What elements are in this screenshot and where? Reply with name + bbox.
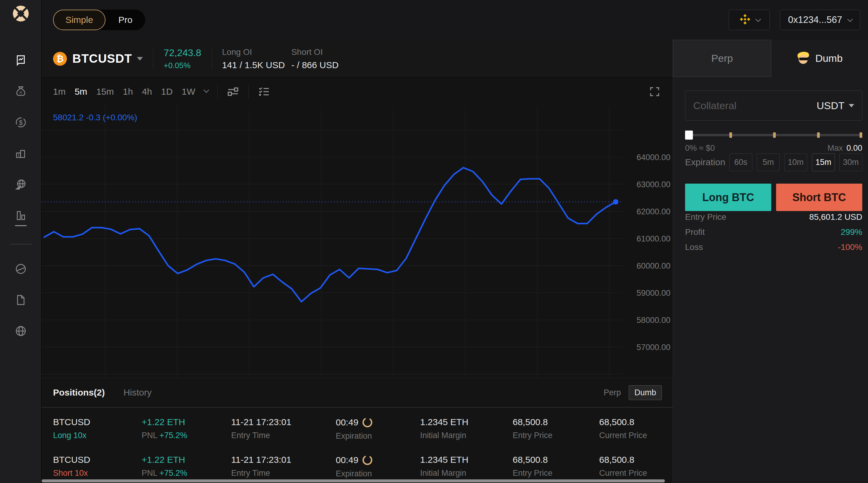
topbar: Simple Pro (41, 0, 868, 40)
entry-price-value: 85,601.2 USD (809, 212, 862, 222)
fullscreen-icon[interactable] (649, 86, 661, 98)
position-row[interactable]: BTCUSD Long 10x +1.22 ETH PNL +75.2% 11-… (41, 413, 673, 447)
position-expiration: 00:49 (336, 455, 358, 465)
entry-time-label: Entry Time (231, 469, 291, 478)
profit-value: 299% (841, 227, 862, 237)
position-row[interactable]: BTCUSD Short 10x +1.22 ETH PNL +75.2% 11… (41, 451, 673, 483)
slider-tick-50[interactable] (773, 132, 776, 138)
positions-perp-toggle[interactable]: Perp (604, 388, 621, 397)
pair-name[interactable]: BTCUSDT (72, 52, 132, 65)
expiration-30m-button[interactable]: 30m (839, 153, 862, 171)
position-pnl-amount: +1.22 ETH (142, 455, 187, 465)
divider (217, 85, 218, 99)
expiration-10m-button[interactable]: 10m (784, 153, 807, 171)
position-entry-price: 68,500.8 (513, 417, 553, 427)
expiration-timer-icon (362, 417, 373, 428)
slider-tick-100[interactable] (860, 132, 862, 138)
dumb-emoji-icon (797, 52, 810, 65)
svg-text:62000.00: 62000.00 (637, 207, 671, 216)
position-side: Short 10x (53, 469, 90, 478)
divider (41, 407, 673, 407)
pair-dropdown-icon[interactable] (137, 57, 143, 61)
document-icon[interactable] (14, 293, 27, 307)
mode-toggle: Simple Pro (53, 10, 145, 30)
current-price-label: Current Price (599, 469, 647, 478)
position-pnl: PNL +75.2% (142, 469, 187, 478)
globe-icon[interactable] (14, 324, 27, 338)
position-entry-price: 68,500.8 (513, 455, 553, 465)
svg-text:A: A (19, 90, 22, 95)
chart-ohlc-legend: 58021.2 -0.3 (+0.00%) (53, 113, 137, 122)
leverage-slider[interactable] (685, 134, 862, 136)
timeframe-15m[interactable]: 15m (96, 87, 114, 97)
pair-change: +0.05% (164, 61, 201, 70)
ticker-header: ₿ BTCUSDT 72,243.8 +0.05% Long OI 141 / … (41, 40, 673, 78)
divider (153, 48, 153, 69)
slider-tick-25[interactable] (730, 132, 732, 138)
svg-text:59000.00: 59000.00 (637, 289, 671, 298)
entry-time-label: Entry Time (231, 431, 291, 440)
position-current-price: 68,500.8 (599, 417, 647, 427)
positions-dumb-toggle[interactable]: Dumb (629, 385, 662, 400)
portfolio-bars-icon[interactable] (14, 209, 27, 226)
expiration-15m-button[interactable]: 15m (812, 153, 835, 171)
collateral-asset-selector[interactable]: USDT (816, 100, 854, 112)
btc-icon: ₿ (53, 52, 67, 66)
position-initial-margin: 1.2345 ETH (420, 417, 468, 427)
expiration-60s-button[interactable]: 60s (730, 153, 752, 171)
checklist-icon[interactable] (258, 85, 270, 98)
pie-circle-icon[interactable] (14, 262, 27, 276)
money-bag-icon[interactable]: A (14, 85, 27, 98)
simple-mode-button[interactable]: Simple (53, 10, 105, 30)
short-oi-label: Short OI (291, 47, 361, 57)
tab-positions[interactable]: Positions(2) (53, 387, 105, 398)
trade-chart-icon[interactable] (14, 54, 27, 67)
leaderboard-icon[interactable]: 1 (14, 147, 27, 160)
dollar-coin-icon[interactable]: $ (14, 116, 27, 129)
collateral-field: USDT (685, 90, 862, 121)
app-logo-icon[interactable] (11, 4, 30, 24)
timeframe-1D[interactable]: 1D (161, 87, 173, 97)
collateral-input[interactable] (693, 100, 793, 112)
position-entry-time: 11-21 17:23:01 (231, 455, 291, 465)
svg-text:64000.00: 64000.00 (637, 153, 671, 162)
bnb-chain-icon (739, 13, 751, 27)
tab-dumb[interactable]: Dumb (771, 40, 868, 77)
tab-perp[interactable]: Perp (673, 40, 771, 77)
initial-margin-label: Initial Margin (420, 431, 468, 440)
sidebar-divider (10, 244, 32, 244)
wallet-address-button[interactable]: 0x1234...567 (780, 10, 860, 30)
loss-label: Loss (685, 242, 703, 252)
entry-price-label: Entry Price (685, 212, 726, 222)
globe-arrow-icon[interactable] (14, 178, 27, 191)
current-price-label: Current Price (599, 431, 647, 440)
short-btc-button[interactable]: Short BTC (776, 184, 862, 211)
max-value: 0.00 (846, 144, 862, 153)
timeframe-1m[interactable]: 1m (53, 87, 66, 97)
timeframe-5m[interactable]: 5m (75, 87, 87, 97)
horizontal-scrollbar[interactable] (41, 479, 665, 482)
long-btc-button[interactable]: Long BTC (685, 184, 771, 211)
position-expiration: 00:49 (336, 417, 358, 427)
divider (212, 48, 212, 69)
price-chart-canvas[interactable]: 64000.0063000.0062000.0061000.0060000.00… (41, 105, 673, 378)
pro-mode-button[interactable]: Pro (105, 10, 145, 30)
timeframe-1h[interactable]: 1h (123, 87, 133, 97)
sidebar: A $ 1 (0, 0, 41, 483)
tab-history[interactable]: History (124, 387, 152, 398)
trade-panel: Perp Dumb USDT (673, 40, 868, 483)
position-initial-margin: 1.2345 ETH (420, 455, 468, 465)
slider-tick-75[interactable] (817, 132, 820, 138)
indicator-settings-icon[interactable] (227, 85, 239, 98)
timeframe-4h[interactable]: 4h (142, 87, 152, 97)
svg-text:63000.00: 63000.00 (637, 180, 671, 189)
expiration-5m-button[interactable]: 5m (757, 153, 780, 171)
slider-thumb[interactable] (685, 130, 693, 140)
timeframe-1W[interactable]: 1W (182, 87, 195, 97)
pair-price: 72,243.8 (164, 47, 201, 59)
max-label: Max (827, 144, 843, 153)
network-selector[interactable] (729, 10, 770, 30)
timeframe-more-chevron-icon[interactable] (204, 87, 209, 93)
entry-price-label: Entry Price (513, 431, 553, 440)
positions-panel: Positions(2) History Perp Dumb BTCUSD Lo… (41, 378, 673, 483)
